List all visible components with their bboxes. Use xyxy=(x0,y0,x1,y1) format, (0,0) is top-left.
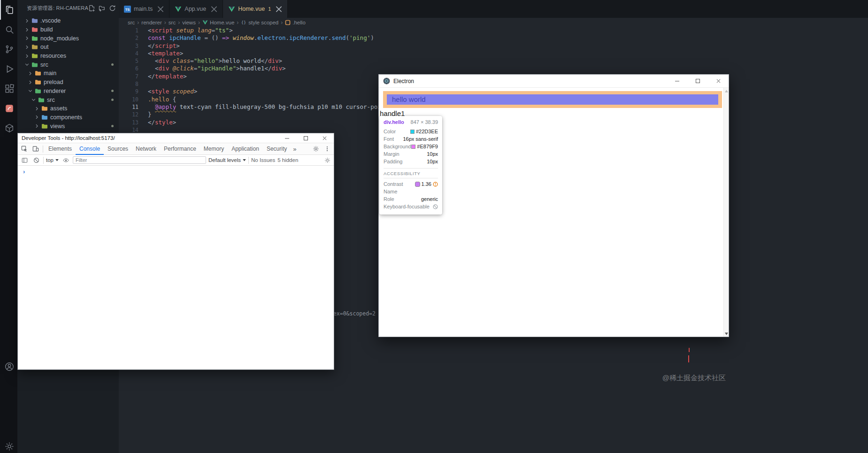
devtools-tab-sources[interactable]: Sources xyxy=(104,143,132,155)
scrollbar[interactable] xyxy=(723,88,729,337)
tree-item-src[interactable]: src xyxy=(17,95,119,104)
scroll-up-icon[interactable] xyxy=(724,88,729,93)
tree-item-.vscode[interactable]: .vscode xyxy=(17,16,119,25)
tab-main.ts[interactable]: TSmain.ts xyxy=(119,0,169,18)
tree-item-out[interactable]: out xyxy=(17,43,119,52)
tree-item-build[interactable]: build xyxy=(17,25,119,34)
issues-status[interactable]: No Issues xyxy=(251,157,275,163)
chevron-right-icon xyxy=(27,79,33,85)
tree-item-node_modules[interactable]: node_modules xyxy=(17,34,119,43)
folder-icon xyxy=(38,97,45,103)
divider xyxy=(248,157,249,164)
chevron-right-icon xyxy=(34,106,40,112)
code-line[interactable]: 1<script setup lang="ts"> xyxy=(119,27,868,34)
code-line[interactable]: 5 <div class="hello">hello world</div> xyxy=(119,57,868,65)
window-minimize-button[interactable] xyxy=(277,133,296,143)
code-line[interactable]: 2const ipcHandle = () => window.electron… xyxy=(119,34,868,42)
activity-extensions-icon[interactable] xyxy=(0,79,17,99)
tab-app.vue[interactable]: App.vue xyxy=(169,0,223,18)
tree-item-components[interactable]: components xyxy=(17,113,119,122)
breadcrumb-item[interactable]: Home.vue xyxy=(202,20,234,25)
context-selector[interactable]: top xyxy=(46,157,59,163)
breadcrumb-item[interactable]: src xyxy=(169,20,176,25)
device-icon[interactable] xyxy=(30,143,41,155)
line-number: 11 xyxy=(119,103,138,111)
breadcrumb-item[interactable]: views xyxy=(182,20,196,25)
tab-close-icon[interactable] xyxy=(276,6,282,12)
tree-item-views[interactable]: views xyxy=(17,122,119,131)
tree-item-label: src xyxy=(47,97,55,103)
devtools-tab-console[interactable]: Console xyxy=(76,143,104,155)
tree-item-src[interactable]: src xyxy=(17,60,119,69)
code-line[interactable]: 6 <div @click="ipcHandle">handle1</div> xyxy=(119,65,868,72)
breadcrumb-item[interactable]: src xyxy=(128,20,135,25)
devtools-tab-network[interactable]: Network xyxy=(132,143,160,155)
tree-item-renderer[interactable]: renderer xyxy=(17,87,119,96)
console-prompt-icon[interactable]: › xyxy=(23,168,25,175)
activity-custom-extension-icon[interactable] xyxy=(0,99,17,118)
tree-item-resources[interactable]: resources xyxy=(17,52,119,61)
activity-search-icon[interactable] xyxy=(0,20,17,39)
devtools-tab-security[interactable]: Security xyxy=(263,143,291,155)
breadcrumb-item[interactable]: renderer xyxy=(141,20,161,25)
line-content: @apply text-cyan fill-bluegray-500 bg-fu… xyxy=(138,103,399,111)
tab-home.vue[interactable]: Home.vue1 xyxy=(223,0,288,18)
window-maximize-button[interactable] xyxy=(687,75,708,87)
code-line[interactable]: 3</script> xyxy=(119,42,868,50)
window-close-button[interactable] xyxy=(708,75,729,87)
console-settings-gear-icon[interactable] xyxy=(323,155,332,165)
window-close-button[interactable] xyxy=(315,133,334,143)
console-filter-input[interactable] xyxy=(73,156,206,164)
hidden-messages-count[interactable]: 5 hidden xyxy=(277,157,298,163)
window-maximize-button[interactable] xyxy=(296,133,315,143)
clear-console-icon[interactable] xyxy=(31,155,41,165)
line-content: .hello { xyxy=(138,96,176,103)
tree-item-assets[interactable]: assets xyxy=(17,104,119,113)
log-levels-selector[interactable]: Default levels xyxy=(208,157,246,163)
divider xyxy=(43,146,43,153)
devtools-titlebar[interactable]: Developer Tools - http://localhost:5173/ xyxy=(18,133,334,143)
live-expression-icon[interactable] xyxy=(61,155,70,165)
tooltip-row-value xyxy=(433,204,438,209)
window-minimize-button[interactable] xyxy=(667,75,687,87)
tab-close-icon[interactable] xyxy=(211,6,217,12)
line-content: <script setup lang="ts"> xyxy=(138,27,233,34)
activity-account-icon[interactable] xyxy=(0,357,17,376)
devtools-tab-elements[interactable]: Elements xyxy=(45,143,76,155)
activity-explorer-icon[interactable] xyxy=(0,0,17,20)
new-file-icon[interactable] xyxy=(88,5,96,12)
console-body[interactable]: › xyxy=(18,166,334,369)
devtools-tab-memory[interactable]: Memory xyxy=(200,143,228,155)
electron-titlebar[interactable]: Electron xyxy=(379,75,729,88)
scroll-down-icon[interactable] xyxy=(724,331,729,336)
sidebar-toggle-icon[interactable] xyxy=(20,155,29,165)
tooltip-row-value: 10px xyxy=(427,151,438,157)
hello-world-text[interactable]: hello world xyxy=(392,95,426,103)
breadcrumb-item[interactable]: {}style scoped xyxy=(241,20,278,25)
inspect-icon[interactable] xyxy=(19,143,30,155)
tree-item-preload[interactable]: preload xyxy=(17,78,119,87)
breadcrumb-item[interactable]: .hello xyxy=(285,20,306,25)
tab-close-icon[interactable] xyxy=(157,6,164,12)
color-swatch xyxy=(411,145,415,149)
tree-item-main[interactable]: main xyxy=(17,69,119,78)
activity-run-debug-icon[interactable] xyxy=(0,59,17,79)
tree-item-label: main xyxy=(44,70,56,77)
more-tabs-icon[interactable]: » xyxy=(291,146,299,153)
tree-item-label: assets xyxy=(50,105,67,112)
modified-dot xyxy=(111,63,114,66)
code-line[interactable]: 4<template> xyxy=(119,50,868,57)
refresh-icon[interactable] xyxy=(109,5,116,12)
activity-source-control-icon[interactable] xyxy=(0,39,17,59)
tooltip-row-label: Font xyxy=(384,136,394,142)
kebab-menu-icon[interactable] xyxy=(322,143,333,155)
settings-gear-icon[interactable] xyxy=(310,143,322,155)
new-folder-icon[interactable] xyxy=(99,5,106,12)
activity-package-icon[interactable] xyxy=(0,118,17,138)
indent-guide xyxy=(155,100,155,108)
tree-item-label: resources xyxy=(40,53,66,59)
tooltip-row-value: 16px sans-serif xyxy=(403,136,438,142)
activity-settings-icon[interactable] xyxy=(0,437,17,453)
devtools-tab-application[interactable]: Application xyxy=(228,143,263,155)
devtools-tab-performance[interactable]: Performance xyxy=(160,143,200,155)
